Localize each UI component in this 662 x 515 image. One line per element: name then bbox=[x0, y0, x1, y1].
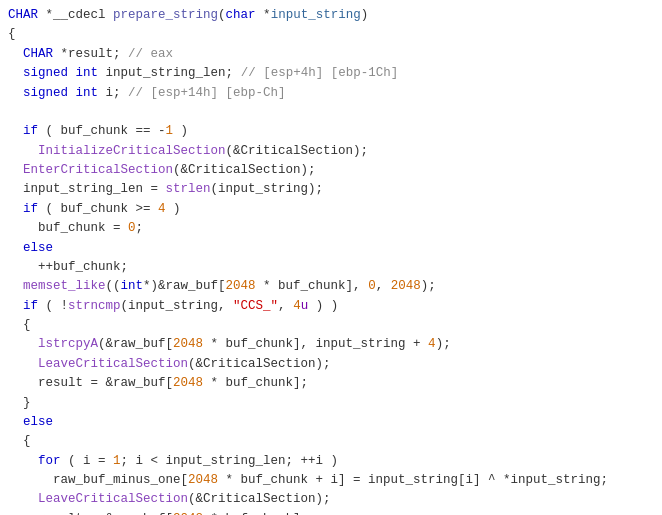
code-line: { bbox=[0, 432, 662, 451]
code-token: { bbox=[8, 432, 31, 451]
code-token bbox=[8, 45, 23, 64]
code-token: 1 bbox=[166, 122, 174, 141]
code-token: * bbox=[38, 6, 53, 25]
code-token: strlen bbox=[166, 180, 211, 199]
code-token: { bbox=[8, 25, 16, 44]
code-token: signed bbox=[23, 84, 68, 103]
code-token: ) bbox=[166, 200, 181, 219]
code-token bbox=[8, 122, 23, 141]
code-token: 2048 bbox=[188, 471, 218, 490]
code-token bbox=[8, 355, 38, 374]
code-token bbox=[8, 452, 38, 471]
code-token: (input_string, bbox=[121, 297, 234, 316]
code-token: * buf_chunk], input_string + bbox=[203, 335, 428, 354]
code-token bbox=[98, 64, 106, 83]
code-token: for bbox=[38, 452, 61, 471]
code-line: buf_chunk = 0; bbox=[0, 219, 662, 238]
code-token: * buf_chunk]; bbox=[203, 510, 308, 515]
code-token: ); bbox=[421, 277, 436, 296]
code-token: 2048 bbox=[173, 335, 203, 354]
code-line: input_string_len = strlen(input_string); bbox=[0, 180, 662, 199]
code-token: ( bbox=[218, 6, 226, 25]
code-token: 2048 bbox=[173, 374, 203, 393]
code-token: 4 bbox=[428, 335, 436, 354]
code-token: raw_buf_minus_one[ bbox=[8, 471, 188, 490]
code-token: * buf_chunk + i] = input_string[i] ^ *in… bbox=[218, 471, 608, 490]
code-token: (( bbox=[106, 277, 121, 296]
code-token bbox=[8, 297, 23, 316]
code-line: CHAR *result; // eax bbox=[0, 45, 662, 64]
code-token: ++buf_chunk; bbox=[8, 258, 128, 277]
code-token: ); bbox=[436, 335, 451, 354]
code-token: int bbox=[76, 84, 99, 103]
code-token bbox=[8, 161, 23, 180]
code-token: else bbox=[23, 239, 53, 258]
code-line: EnterCriticalSection(&CriticalSection); bbox=[0, 161, 662, 180]
code-token: result bbox=[68, 45, 113, 64]
code-token: , bbox=[376, 277, 391, 296]
code-token bbox=[8, 64, 23, 83]
code-token: ( buf_chunk == - bbox=[38, 122, 166, 141]
code-token: * buf_chunk]; bbox=[203, 374, 308, 393]
code-token: InitializeCriticalSection bbox=[38, 142, 226, 161]
code-token: i bbox=[98, 84, 113, 103]
code-line: LeaveCriticalSection(&CriticalSection); bbox=[0, 490, 662, 509]
code-token: 4 bbox=[293, 297, 301, 316]
code-token: (input_string); bbox=[211, 180, 324, 199]
code-token: ; bbox=[113, 45, 128, 64]
code-token: ; bbox=[136, 219, 144, 238]
code-line: raw_buf_minus_one[2048 * buf_chunk + i] … bbox=[0, 471, 662, 490]
code-token: 0 bbox=[368, 277, 376, 296]
code-line: for ( i = 1; i < input_string_len; ++i ) bbox=[0, 452, 662, 471]
code-token: int bbox=[76, 64, 99, 83]
code-token: } bbox=[8, 394, 31, 413]
code-token: * bbox=[256, 6, 271, 25]
code-token: input_string_len bbox=[106, 64, 226, 83]
code-token bbox=[68, 84, 76, 103]
code-line: if ( buf_chunk >= 4 ) bbox=[0, 200, 662, 219]
code-token: strncmp bbox=[68, 297, 121, 316]
code-token: if bbox=[23, 122, 38, 141]
code-line: memset_like((int*)&raw_buf[2048 * buf_ch… bbox=[0, 277, 662, 296]
code-token: ) ) bbox=[308, 297, 338, 316]
code-token: (&CriticalSection); bbox=[188, 355, 331, 374]
code-line: result = &raw_buf[2048 * buf_chunk]; bbox=[0, 510, 662, 515]
code-token: else bbox=[23, 413, 53, 432]
code-token: ) bbox=[361, 6, 369, 25]
code-line: ++buf_chunk; bbox=[0, 258, 662, 277]
code-token: result = &raw_buf[ bbox=[8, 374, 173, 393]
code-token bbox=[8, 490, 38, 509]
code-token bbox=[8, 84, 23, 103]
code-token bbox=[8, 142, 38, 161]
code-token: if bbox=[23, 297, 38, 316]
code-token: if bbox=[23, 200, 38, 219]
code-token bbox=[8, 413, 23, 432]
code-token: lstrcpyA bbox=[38, 335, 98, 354]
code-line: CHAR *__cdecl prepare_string(char *input… bbox=[0, 6, 662, 25]
code-token: (&CriticalSection); bbox=[173, 161, 316, 180]
code-token bbox=[8, 239, 23, 258]
code-line bbox=[0, 103, 662, 122]
code-token: (&raw_buf[ bbox=[98, 335, 173, 354]
code-token: (&CriticalSection); bbox=[188, 490, 331, 509]
code-token: // eax bbox=[128, 45, 173, 64]
code-token: ( ! bbox=[38, 297, 68, 316]
code-line: LeaveCriticalSection(&CriticalSection); bbox=[0, 355, 662, 374]
code-token bbox=[8, 335, 38, 354]
code-token: ) bbox=[173, 122, 188, 141]
code-token: memset_like bbox=[23, 277, 106, 296]
code-token: { bbox=[8, 316, 31, 335]
code-line: { bbox=[0, 25, 662, 44]
code-token: 2048 bbox=[391, 277, 421, 296]
code-token: ; bbox=[226, 64, 241, 83]
code-token: 4 bbox=[158, 200, 166, 219]
code-token: "CCS_" bbox=[233, 297, 278, 316]
code-line: else bbox=[0, 413, 662, 432]
code-token: ( buf_chunk >= bbox=[38, 200, 158, 219]
code-token: result = &raw_buf[ bbox=[8, 510, 173, 515]
code-token: 0 bbox=[128, 219, 136, 238]
code-line: InitializeCriticalSection(&CriticalSecti… bbox=[0, 142, 662, 161]
code-token: LeaveCriticalSection bbox=[38, 490, 188, 509]
code-token: (&CriticalSection); bbox=[226, 142, 369, 161]
code-token: buf_chunk = bbox=[8, 219, 128, 238]
